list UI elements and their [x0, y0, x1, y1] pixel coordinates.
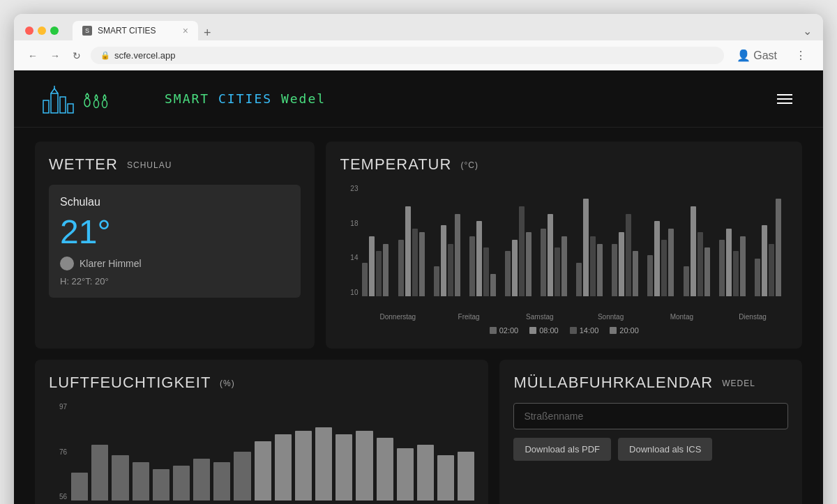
new-tab-button[interactable]: + — [198, 26, 217, 40]
temp-bar-group — [647, 221, 681, 296]
street-name-input[interactable] — [513, 403, 788, 429]
app-header: SMART CITIES Wedel — [14, 70, 823, 128]
legend-20: 20:00 — [610, 326, 639, 335]
temp-bar-group — [684, 206, 717, 296]
humidity-bar — [335, 434, 352, 501]
temperature-card-subtitle: (°C) — [461, 160, 478, 170]
url-text: scfe.vercel.app — [114, 50, 175, 61]
temp-bar-group — [719, 229, 753, 296]
temp-bar — [469, 236, 475, 296]
weather-details: H: 22°T: 20° — [60, 276, 289, 287]
humidity-bar — [112, 455, 128, 501]
humidity-card: LUFTFEUCHTIGKEIT (%) 97 76 56 — [35, 360, 488, 504]
temp-bar — [698, 232, 703, 296]
tab-close-button[interactable]: × — [183, 25, 188, 36]
legend-dot-02 — [490, 327, 497, 334]
humidity-bar — [356, 431, 372, 501]
fullscreen-button[interactable] — [50, 26, 59, 35]
humidity-bar — [91, 445, 108, 501]
svg-rect-1 — [51, 93, 58, 113]
svg-point-5 — [84, 98, 90, 107]
hamburger-button[interactable] — [774, 91, 795, 107]
temperature-y-axis: 23 18 14 10 — [340, 185, 361, 296]
temperature-card: TEMPERATUR (°C) 23 18 14 10 Donnerstag — [326, 142, 802, 349]
traffic-lights — [25, 26, 59, 35]
temp-bar — [548, 214, 553, 296]
humidity-card-subtitle: (%) — [220, 379, 235, 388]
y-label-18: 18 — [350, 220, 358, 227]
weather-widget: Schulau 21° Klarer Himmel H: 22°T: 20° — [49, 185, 301, 298]
temp-bar — [691, 206, 696, 296]
humidity-bar — [458, 452, 474, 501]
weather-card-title: WETTER SCHULAU — [49, 155, 301, 174]
temp-bar — [668, 229, 674, 296]
humidity-bar — [71, 473, 88, 501]
temp-bar — [719, 240, 725, 296]
legend-08: 08:00 — [529, 326, 559, 335]
h-y-97: 97 — [59, 403, 67, 411]
close-button[interactable] — [25, 26, 33, 35]
svg-point-6 — [94, 100, 99, 108]
back-button[interactable]: ← — [25, 47, 40, 64]
temp-bar — [590, 236, 596, 296]
humidity-y-axis: 97 76 56 — [49, 403, 70, 501]
temp-bar — [434, 266, 439, 296]
humidity-bar — [133, 462, 149, 501]
humidity-bar — [234, 452, 250, 501]
temp-bar — [541, 229, 546, 296]
x-label-sonntag: Sonntag — [575, 313, 647, 321]
temp-bar — [405, 206, 411, 296]
x-label-donnerstag: Donnerstag — [362, 313, 433, 321]
guest-button[interactable]: 👤 Gast — [731, 46, 783, 65]
tab-favicon: S — [82, 26, 92, 36]
humidity-bar — [275, 434, 292, 501]
temp-bar — [633, 251, 638, 296]
browser-menu-button[interactable]: ⋮ — [790, 46, 812, 65]
active-tab[interactable]: S SMART CITIES × — [73, 21, 198, 40]
dashboard: WETTER SCHULAU Schulau 21° Klarer Himmel… — [14, 128, 823, 504]
muell-card-subtitle: WEDEL — [722, 379, 755, 388]
humidity-bar — [193, 459, 210, 501]
temp-bar — [561, 236, 567, 296]
humidity-card-title: LUFTFEUCHTIGKEIT (%) — [49, 374, 474, 392]
humidity-bar — [295, 431, 312, 501]
legend-dot-20 — [610, 327, 617, 334]
logo-area: SMART CITIES Wedel — [42, 83, 326, 114]
download-ics-button[interactable]: Download als ICS — [618, 438, 712, 461]
temp-bar — [762, 225, 767, 296]
temp-bar-group — [362, 236, 395, 296]
temp-bar — [490, 274, 496, 296]
humidity-bar — [173, 466, 190, 501]
temp-bar — [383, 244, 389, 296]
temperature-chart: 23 18 14 10 — [340, 185, 788, 310]
x-label-dienstag: Dienstag — [717, 313, 788, 321]
humidity-bar — [397, 448, 414, 501]
tab-title: SMART CITIES — [98, 26, 156, 36]
temp-bar — [619, 232, 624, 296]
minimize-button[interactable] — [38, 26, 46, 35]
humidity-chart: 97 76 56 — [49, 403, 474, 501]
temp-bar — [455, 214, 460, 296]
humidity-bar — [153, 469, 169, 501]
svg-rect-0 — [43, 100, 49, 113]
weather-card: WETTER SCHULAU Schulau 21° Klarer Himmel… — [35, 142, 315, 349]
temp-bar — [597, 244, 603, 296]
download-pdf-button[interactable]: Download als PDF — [513, 438, 611, 461]
expand-icon[interactable]: ⌄ — [803, 24, 812, 38]
temp-bar-group — [755, 199, 788, 296]
temperature-legend: 02:00 08:00 14:00 20:00 — [340, 326, 788, 335]
bottom-row: LUFTFEUCHTIGKEIT (%) 97 76 56 — [35, 360, 802, 504]
weather-temperature: 21° — [60, 213, 289, 251]
temp-bar-group — [505, 206, 538, 296]
forward-button[interactable]: → — [47, 47, 63, 64]
temp-bar — [448, 244, 453, 296]
logo-cities: CITIES — [218, 91, 281, 106]
x-label-montag: Montag — [646, 313, 717, 321]
address-bar[interactable]: 🔒 scfe.vercel.app — [91, 47, 724, 64]
weather-condition-text: Klarer Himmel — [80, 258, 142, 269]
y-label-23: 23 — [350, 185, 358, 192]
temp-bar-group — [576, 199, 610, 296]
muell-card: MÜLLABFUHRKALENDAR WEDEL Download als PD… — [499, 360, 802, 504]
reload-button[interactable]: ↻ — [70, 47, 84, 64]
temp-bar-group — [469, 221, 503, 296]
